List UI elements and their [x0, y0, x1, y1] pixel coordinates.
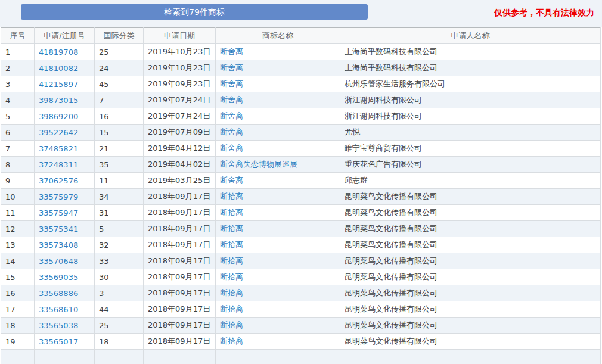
applicant-name-cell: 浙江谢周科技有限公司 — [340, 108, 601, 125]
header-application-no: 申请/注册号 — [35, 28, 95, 44]
row-index-cell: 15 — [1, 269, 35, 285]
search-result-count-button[interactable]: 检索到79件商标 — [21, 4, 368, 20]
trademark-name-link-cell: 断舍离 — [216, 92, 340, 108]
trademark-name-link[interactable]: 断拾离 — [220, 304, 243, 313]
application-no-link[interactable]: 33568886 — [39, 289, 78, 298]
application-no-link[interactable]: 33575979 — [39, 192, 78, 201]
row-index-cell: 2 — [1, 60, 35, 76]
trademark-name-link[interactable]: 断舍离 — [220, 176, 243, 185]
application-date-cell: 2018年09月17日 — [144, 269, 216, 285]
applicant-name-cell: 邱志群 — [340, 173, 601, 189]
application-no-link[interactable]: 39522642 — [39, 128, 78, 137]
trademark-name-link-cell: 断舍离 — [216, 141, 340, 157]
application-no-link[interactable]: 33570648 — [39, 257, 78, 266]
application-no-link[interactable]: 37248311 — [39, 160, 78, 169]
application-no-link[interactable]: 33569035 — [39, 273, 78, 282]
trademark-name-link[interactable]: 断拾离 — [220, 321, 243, 329]
intl-class-cell: 11 — [95, 173, 144, 189]
intl-class-cell: 3 — [95, 285, 144, 301]
application-no-link[interactable]: 39869200 — [39, 112, 78, 121]
application-no-link-cell: 41215897 — [35, 76, 95, 92]
trademark-name-link-cell: 断拾离 — [216, 318, 340, 334]
intl-class-cell: 21 — [95, 141, 144, 157]
trademark-name-link-cell: 断舍离 — [216, 60, 340, 76]
trademark-name-link[interactable]: 断拾离 — [220, 288, 243, 297]
trademark-name-link[interactable]: 断舍离 — [220, 63, 243, 72]
trademark-name-link-cell: 断舍离 — [216, 173, 340, 189]
intl-class-cell: 7 — [95, 92, 144, 108]
trademark-name-link[interactable]: 断舍离 — [220, 95, 243, 104]
trademark-name-link[interactable]: 断舍离 — [220, 111, 243, 120]
application-no-link[interactable]: 33575947 — [39, 209, 78, 217]
application-no-link[interactable]: 37485821 — [39, 144, 78, 153]
application-date-cell: 2019年07月24日 — [144, 92, 216, 108]
intl-class-cell: 18 — [95, 334, 144, 350]
applicant-name-cell: 上海尚乎数码科技有限公司 — [340, 44, 601, 60]
header-applicant-name: 申请人名称 — [340, 28, 601, 44]
table-row: 1133575947312018年09月17日断拾离昆明菜鸟文化传播有限公司 — [1, 205, 601, 221]
trademark-name-link-cell: 断拾离 — [216, 237, 340, 253]
application-no-link-cell: 33575979 — [35, 189, 95, 205]
trademark-results-table: 序号 申请/注册号 国际分类 申请日期 商标名称 申请人名称 141819708… — [1, 27, 601, 364]
trademark-name-link[interactable]: 断拾离 — [220, 192, 243, 201]
application-no-link[interactable]: 33573408 — [39, 241, 78, 250]
applicant-name-cell: 昆明菜鸟文化传播有限公司 — [340, 189, 601, 205]
trademark-name-link[interactable]: 断舍离 — [220, 127, 243, 136]
table-row: 141819708252019年10月23日断舍离上海尚乎数码科技有限公司 — [1, 44, 601, 60]
application-no-link[interactable]: 41810082 — [39, 64, 78, 73]
row-index-cell: 3 — [1, 76, 35, 92]
applicant-name-cell: 昆明菜鸟文化传播有限公司 — [340, 269, 601, 285]
application-no-link[interactable]: 33565017 — [39, 337, 78, 346]
header-index: 序号 — [1, 28, 35, 44]
trademark-name-link[interactable]: 断拾离 — [220, 256, 243, 265]
application-date-cell: 2019年10月23日 — [144, 44, 216, 60]
trademark-name-link[interactable]: 断拾离 — [220, 337, 243, 346]
header-application-date: 申请日期 — [144, 28, 216, 44]
trademark-name-link-cell: 断拾离 — [216, 205, 340, 221]
intl-class-cell: 25 — [95, 318, 144, 334]
application-no-link[interactable]: 41819708 — [39, 48, 78, 57]
application-date-cell: 2019年07月24日 — [144, 108, 216, 125]
applicant-name-cell: 昆明菜鸟文化传播有限公司 — [340, 237, 601, 253]
row-index-cell: 13 — [1, 237, 35, 253]
row-index-cell: 18 — [1, 318, 35, 334]
trademark-name-link[interactable]: 断舍离失恋博物展巡展 — [220, 160, 297, 169]
table-row: 837248311352019年04月02日断舍离失恋博物展巡展重庆花色广告有限… — [1, 157, 601, 173]
trademark-name-link[interactable]: 断舍离 — [220, 79, 243, 88]
trademark-name-link[interactable]: 断拾离 — [220, 224, 243, 233]
application-no-link[interactable]: 41215897 — [39, 80, 78, 89]
trademark-name-link[interactable]: 断拾离 — [220, 240, 243, 249]
empty-cell — [35, 350, 95, 364]
application-no-link[interactable]: 33565038 — [39, 321, 78, 330]
application-no-link[interactable]: 33575341 — [39, 225, 78, 234]
intl-class-cell: 5 — [95, 221, 144, 237]
row-index-cell: 6 — [1, 125, 35, 141]
table-row: 123357534152018年09月17日断拾离昆明菜鸟文化传播有限公司 — [1, 221, 601, 237]
table-header-row: 序号 申请/注册号 国际分类 申请日期 商标名称 申请人名称 — [1, 28, 601, 44]
application-no-link[interactable]: 37062576 — [39, 176, 78, 185]
applicant-name-cell: 昆明菜鸟文化传播有限公司 — [340, 205, 601, 221]
application-date-cell: 2019年07月09日 — [144, 125, 216, 141]
header-intl-class: 国际分类 — [95, 28, 144, 44]
application-no-link[interactable]: 39873015 — [39, 96, 78, 105]
empty-cell — [95, 350, 144, 364]
row-index-cell: 7 — [1, 141, 35, 157]
trademark-name-link[interactable]: 断拾离 — [220, 208, 243, 217]
application-no-link[interactable]: 33568610 — [39, 305, 78, 314]
row-index-cell: 5 — [1, 108, 35, 125]
applicant-name-cell: 上海尚乎数码科技有限公司 — [340, 60, 601, 76]
row-index-cell: 12 — [1, 221, 35, 237]
row-index-cell: 16 — [1, 285, 35, 301]
applicant-name-cell: 重庆花色广告有限公司 — [340, 157, 601, 173]
row-index-cell: 17 — [1, 301, 35, 318]
application-date-cell: 2019年04月02日 — [144, 157, 216, 173]
trademark-name-link-cell: 断舍离 — [216, 108, 340, 125]
application-date-cell: 2018年09月17日 — [144, 189, 216, 205]
trademark-name-link[interactable]: 断舍离 — [220, 47, 243, 56]
applicant-name-cell: 昆明菜鸟文化传播有限公司 — [340, 301, 601, 318]
trademark-name-link[interactable]: 断拾离 — [220, 272, 243, 281]
application-date-cell: 2018年09月17日 — [144, 334, 216, 350]
trademark-name-link[interactable]: 断舍离 — [220, 144, 243, 153]
application-date-cell: 2019年04月12日 — [144, 141, 216, 157]
applicant-name-cell: 杭州乐管家生活服务有限公司 — [340, 76, 601, 92]
